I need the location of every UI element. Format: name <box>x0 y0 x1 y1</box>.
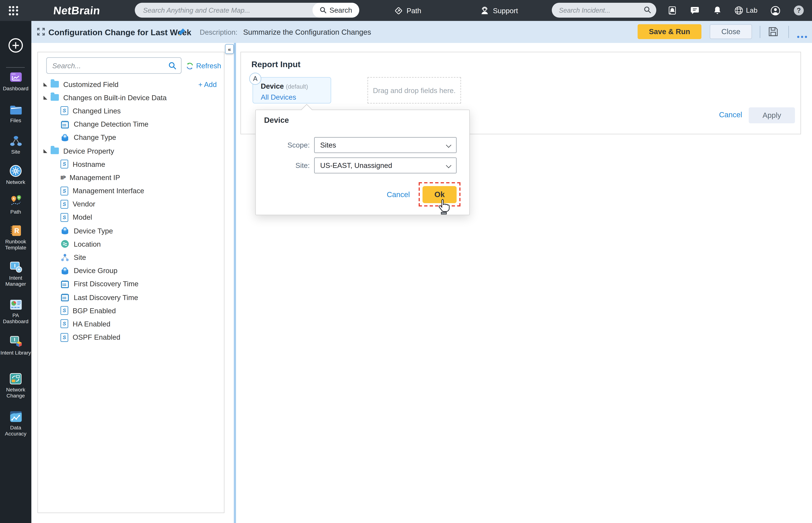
edit-title-icon[interactable] <box>178 28 186 36</box>
notifications-bell-icon[interactable] <box>713 5 722 18</box>
string-field-icon <box>60 200 68 209</box>
dataset-field-icon <box>60 133 69 142</box>
refresh-link[interactable]: Refresh <box>186 62 221 70</box>
user-avatar-icon[interactable] <box>770 5 781 18</box>
network-change-icon <box>10 373 22 385</box>
folder-icon <box>51 81 59 88</box>
tree-field-row[interactable]: Device Type <box>38 224 223 237</box>
expander-icon[interactable] <box>43 96 47 100</box>
tree-folder-row[interactable]: Device Property <box>38 144 223 158</box>
site-label: Site: <box>256 158 310 174</box>
device-input-card[interactable]: Device (default) All Devices <box>252 77 331 104</box>
drag-drop-zone[interactable]: Drag and drop fields here. <box>367 77 461 104</box>
tree-search-box[interactable] <box>46 57 182 74</box>
site-icon <box>9 135 22 147</box>
tree-search-input[interactable] <box>52 58 162 73</box>
search-icon <box>320 6 327 14</box>
add-field-link[interactable]: + Add <box>198 80 217 88</box>
dialog-cancel-link[interactable]: Cancel <box>387 191 410 199</box>
field-tree-panel: Refresh Customized Field+ Add Changes on… <box>37 52 224 513</box>
divider <box>760 26 760 38</box>
tree-field-row[interactable]: Changed Lines <box>38 104 223 118</box>
global-search-bar[interactable]: Search <box>135 3 359 18</box>
panel-divider[interactable] <box>234 43 236 523</box>
top-navbar: NetBrain Search Path Support <box>0 0 812 21</box>
expander-icon[interactable] <box>43 83 47 86</box>
tree-field-row[interactable]: Change Detection Time <box>38 118 223 131</box>
ok-button-highlight: Ok <box>419 182 460 206</box>
datetime-field-icon <box>60 279 69 288</box>
tree-field-row[interactable]: Management IP <box>38 171 223 184</box>
tree-folder-row[interactable]: Changes on Built-in Device Data <box>38 91 223 104</box>
save-and-run-button[interactable]: Save & Run <box>638 24 701 39</box>
chevron-down-icon <box>446 142 452 148</box>
app-window: NetBrain Search Path Support <box>0 0 812 523</box>
create-new-icon[interactable] <box>8 37 24 53</box>
globe-icon[interactable] <box>734 5 744 18</box>
tree-field-row[interactable]: Change Type <box>38 131 223 144</box>
sidebar-item-data-accuracy[interactable]: Data Accuracy <box>0 411 31 437</box>
sidebar-item-files[interactable]: Files <box>0 105 31 124</box>
sidebar-item-runbook-template[interactable]: R Runbook Template <box>0 224 31 251</box>
save-icon[interactable] <box>768 26 778 37</box>
global-search-input[interactable] <box>143 3 305 18</box>
runbook-template-icon: R <box>10 224 22 237</box>
data-accuracy-icon <box>9 411 22 423</box>
sidebar-item-site[interactable]: Site <box>0 135 31 155</box>
sidebar-item-dashboard[interactable]: Dashboard <box>0 72 31 92</box>
lab-label[interactable]: Lab <box>746 6 757 14</box>
tree-field-row[interactable]: OSPF Enabled <box>38 331 223 344</box>
tree-field-row[interactable]: Device Group <box>38 264 223 277</box>
pa-dashboard-icon <box>9 299 22 310</box>
expander-icon[interactable] <box>43 149 47 153</box>
nav-path[interactable]: Path <box>394 0 421 21</box>
search-button[interactable]: Search <box>313 3 359 18</box>
tree-field-row[interactable]: Last Discovery Time <box>38 291 223 304</box>
scope-select[interactable]: Sites <box>314 137 457 153</box>
more-options-icon[interactable] <box>796 30 808 40</box>
app-launcher-icon[interactable] <box>9 6 18 15</box>
tree-field-row[interactable]: BGP Enabled <box>38 304 223 318</box>
sidebar-item-network-change[interactable]: Network Change <box>0 373 31 399</box>
tree-search-icon[interactable] <box>168 62 176 70</box>
collapse-panel-button[interactable]: « <box>225 44 234 54</box>
apply-button[interactable]: Apply <box>749 107 795 123</box>
sidebar-item-pa-dashboard[interactable]: PA Dashboard <box>0 299 31 324</box>
nav-support[interactable]: Support <box>480 0 518 21</box>
sidebar-item-path[interactable]: AB Path <box>0 194 31 215</box>
svg-text:B: B <box>18 196 20 199</box>
sidebar-item-intent-library[interactable]: I Intent Library <box>0 335 31 356</box>
close-button[interactable]: Close <box>710 24 752 39</box>
sidebar-item-network[interactable]: Network <box>0 165 31 185</box>
tree-field-row[interactable]: Location <box>38 237 223 251</box>
tree-field-row[interactable]: Hostname <box>38 158 223 171</box>
incident-search-bar[interactable] <box>552 3 656 18</box>
tree-field-row[interactable]: First Discovery Time <box>38 277 223 291</box>
incident-search-input[interactable] <box>559 3 636 18</box>
expand-icon[interactable] <box>37 28 45 36</box>
string-field-icon <box>60 333 68 342</box>
tree-field-row[interactable]: HA Enabled <box>38 317 223 331</box>
alarm-manager-icon[interactable] <box>667 5 677 18</box>
site-select[interactable]: US-EAST, Unassigned <box>314 158 457 174</box>
device-scope-link[interactable]: All Devices <box>261 93 296 101</box>
tree-field-row[interactable]: Model <box>38 211 223 224</box>
report-cancel-link[interactable]: Cancel <box>719 111 742 119</box>
string-field-icon <box>60 106 68 115</box>
intent-manager-icon: I <box>9 261 22 273</box>
files-icon <box>9 105 22 115</box>
field-tree: Customized Field+ Add Changes on Built-i… <box>38 78 223 344</box>
tree-folder-row[interactable]: Customized Field+ Add <box>38 78 223 91</box>
string-field-icon <box>60 186 68 195</box>
string-field-icon <box>60 320 68 328</box>
help-icon[interactable]: ? <box>794 5 804 15</box>
sidebar-item-intent-manager[interactable]: I Intent Manager <box>0 261 31 287</box>
app-sidebar: Dashboard Files Site Network AB Path R R… <box>0 21 31 523</box>
tree-field-row[interactable]: Vendor <box>38 197 223 211</box>
tree-field-row[interactable]: Site <box>38 251 223 264</box>
ok-button[interactable]: Ok <box>422 186 457 203</box>
folder-icon <box>51 147 59 154</box>
folder-icon <box>51 94 59 101</box>
tree-field-row[interactable]: Management Interface <box>38 184 223 198</box>
chat-icon[interactable] <box>690 5 700 18</box>
